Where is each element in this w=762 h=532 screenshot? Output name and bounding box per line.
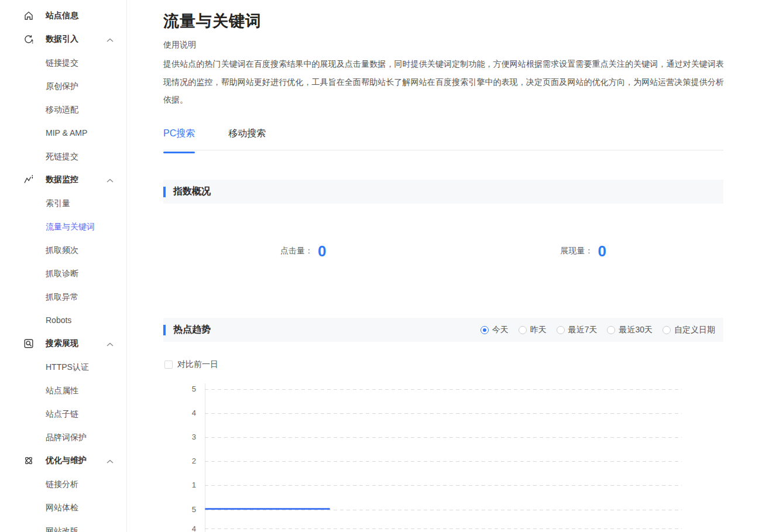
stats-row: 点击量： 0 展现量： 0 <box>163 236 723 266</box>
page-title: 流量与关键词 <box>163 11 262 32</box>
sidebar-group-data-import[interactable]: 数据引入 <box>0 28 126 51</box>
sidebar-item-site-checkup[interactable]: 网站体检 <box>0 496 126 519</box>
chart-gridline <box>205 528 682 529</box>
sidebar-item-site-sublinks[interactable]: 站点子链 <box>0 402 126 425</box>
chart-y-axis-line <box>205 383 205 532</box>
y-tick-label: 5 <box>180 385 196 394</box>
y-tick-label: 5 <box>180 505 196 514</box>
chart-gridline <box>205 413 682 414</box>
section-header-hot-trend: 热点趋势 今天 昨天 最近7天 最近30天 自定义日期 <box>163 318 723 342</box>
sidebar-item-site-properties[interactable]: 站点属性 <box>0 379 126 402</box>
section-title: 热点趋势 <box>173 324 211 336</box>
y-tick-label: 3 <box>180 433 196 442</box>
sidebar-item-crawl-exception[interactable]: 抓取异常 <box>0 285 126 308</box>
y-tick-label: 4 <box>180 524 196 532</box>
radio-yesterday[interactable]: 昨天 <box>519 325 547 335</box>
y-tick-label: 2 <box>180 457 196 466</box>
stat-impressions: 展现量： 0 <box>444 236 724 266</box>
date-range-radio-group: 今天 昨天 最近7天 最近30天 自定义日期 <box>471 325 723 335</box>
knot-icon <box>23 455 34 466</box>
sidebar-group-optimization[interactable]: 优化与维护 <box>0 449 126 472</box>
sidebar-item-link-analysis[interactable]: 链接分析 <box>0 472 126 496</box>
chevron-up-icon[interactable] <box>107 174 114 185</box>
chart-gridline <box>205 461 682 462</box>
stat-label: 展现量： <box>561 246 593 256</box>
section-accent-bar <box>163 187 166 197</box>
chart-gridline <box>205 510 682 510</box>
tabs-divider <box>163 150 723 150</box>
tab-mobile-search[interactable]: 移动搜索 <box>228 128 266 148</box>
search-box-icon <box>23 338 34 349</box>
main-content: 流量与关键词 使用说明 提供站点的热门关键词在百度搜索结果中的展现及点击量数据，… <box>127 0 762 532</box>
radio-custom-date[interactable]: 自定义日期 <box>663 325 715 335</box>
sidebar-item-mobile-adaptation[interactable]: 移动适配 <box>0 98 126 121</box>
chart-gridline <box>205 437 682 438</box>
sidebar-group-site-info[interactable]: 站点信息 <box>0 4 126 28</box>
active-tab-underline <box>163 152 195 153</box>
y-tick-label: 1 <box>180 480 196 490</box>
sidebar-item-link-submit[interactable]: 链接提交 <box>0 51 126 74</box>
sidebar: 站点信息 数据引入 链接提交 原创保护 移动适配 MIP & AMP 死链提交 <box>0 0 127 532</box>
radio-icon <box>607 326 615 334</box>
compare-previous-day-checkbox[interactable]: 对比前一日 <box>164 359 218 370</box>
sidebar-group-label: 搜索展现 <box>46 338 78 349</box>
y-tick-label: 4 <box>180 409 196 418</box>
sidebar-item-dead-link-submit[interactable]: 死链提交 <box>0 145 126 168</box>
chevron-up-icon[interactable] <box>107 338 114 349</box>
sidebar-group-data-monitoring[interactable]: 数据监控 <box>0 168 126 191</box>
line-chart-icon <box>23 174 34 185</box>
sidebar-item-robots[interactable]: Robots <box>0 308 126 332</box>
sidebar-item-brand-protection[interactable]: 品牌词保护 <box>0 425 126 449</box>
chart-gridline <box>205 485 682 486</box>
stat-clicks: 点击量： 0 <box>163 236 444 266</box>
section-accent-bar <box>163 325 166 335</box>
radio-icon <box>519 326 527 334</box>
sidebar-group-label: 优化与维护 <box>46 455 87 466</box>
sidebar-item-site-revision[interactable]: 网站改版 <box>0 519 126 532</box>
radio-icon <box>557 326 565 334</box>
stat-value: 0 <box>598 242 606 260</box>
sidebar-item-mip-amp[interactable]: MIP & AMP <box>0 121 126 145</box>
sidebar-group-label: 数据监控 <box>46 174 78 185</box>
sidebar-item-crawl-frequency[interactable]: 抓取频次 <box>0 238 126 262</box>
usage-description: 提供站点的热门关键词在百度搜索结果中的展现及点击量数据，同时提供关键词定制功能，… <box>163 55 724 109</box>
chart-series-line <box>205 508 330 510</box>
checkbox-icon <box>164 361 173 369</box>
sidebar-item-original-protection[interactable]: 原创保护 <box>0 74 126 98</box>
import-icon <box>23 34 34 44</box>
sidebar-item-crawl-diagnosis[interactable]: 抓取诊断 <box>0 262 126 285</box>
radio-last-30-days[interactable]: 最近30天 <box>607 325 653 335</box>
sidebar-group-search-display[interactable]: 搜索展现 <box>0 332 126 355</box>
chart-gridline <box>205 389 682 390</box>
sidebar-item-traffic-keywords[interactable]: 流量与关键词 <box>0 215 126 238</box>
search-type-tabs: PC搜索 移动搜索 <box>163 128 299 148</box>
sidebar-group-label: 站点信息 <box>46 11 78 21</box>
stat-label: 点击量： <box>280 246 313 256</box>
sidebar-item-index-volume[interactable]: 索引量 <box>0 191 126 215</box>
sidebar-group-label: 数据引入 <box>46 34 78 44</box>
section-header-index-overview: 指数概况 <box>163 180 723 204</box>
home-icon <box>23 11 34 21</box>
radio-last-7-days[interactable]: 最近7天 <box>557 325 598 335</box>
radio-icon <box>663 326 671 334</box>
radio-selected-icon <box>480 326 489 334</box>
usage-label: 使用说明 <box>163 40 196 50</box>
section-title: 指数概况 <box>173 186 211 198</box>
stat-value: 0 <box>318 242 326 260</box>
chevron-up-icon[interactable] <box>107 455 114 466</box>
sidebar-item-https-cert[interactable]: HTTPS认证 <box>0 355 126 379</box>
radio-today[interactable]: 今天 <box>480 325 509 335</box>
chevron-up-icon[interactable] <box>107 34 114 44</box>
tab-pc-search[interactable]: PC搜索 <box>163 128 195 148</box>
